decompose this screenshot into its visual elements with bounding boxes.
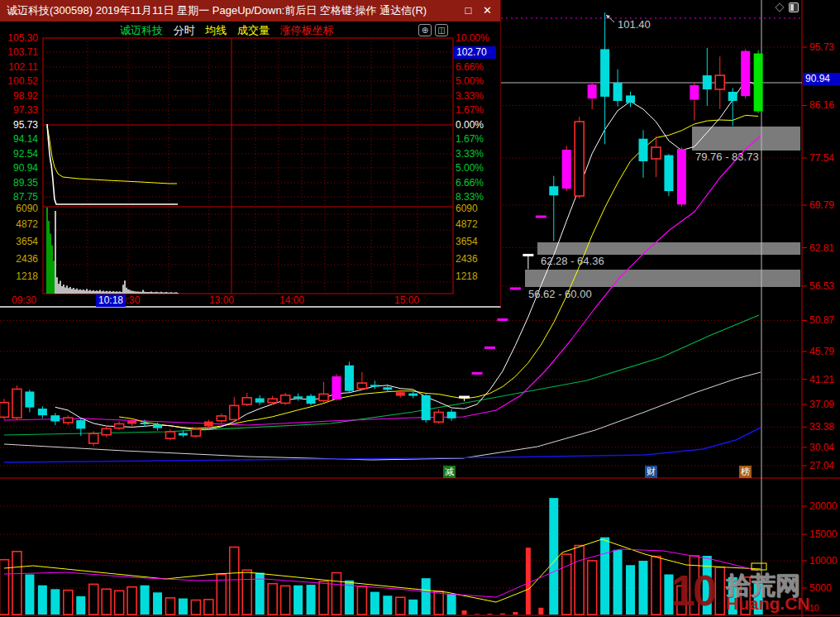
volume-bar-up (332, 573, 341, 615)
gap-zone-box (537, 242, 800, 255)
volume-bar-up (268, 584, 277, 615)
volume-bar-up (651, 557, 661, 615)
candle-body-hollow (165, 432, 174, 438)
candle-body (422, 395, 431, 420)
volume-bar-down (153, 592, 162, 615)
candle-body (153, 424, 162, 428)
volume-bar-up (204, 600, 213, 615)
volume-bar-up (89, 584, 98, 615)
volume-bar-down (294, 586, 303, 615)
candle-body (447, 412, 456, 419)
volume-bar-up (396, 597, 405, 615)
candle-body (383, 387, 392, 390)
ma60-line (4, 315, 759, 435)
logo-number: 10 (671, 566, 714, 615)
volume-bar-up (165, 598, 174, 615)
candle-oneword (484, 347, 495, 349)
volume-bar-up (102, 589, 111, 615)
intraday-popup-window: 诚迈科技(300598) 2019年11月11日 星期一 PageUp/Down… (0, 0, 501, 308)
high-price-annotation: 101.40 (618, 18, 651, 31)
candle-body (588, 84, 597, 98)
candle-body (754, 54, 763, 112)
candle-body (345, 366, 354, 391)
inset-plot-border (43, 38, 453, 294)
candle-body-hollow (319, 394, 328, 400)
volume-bar-up (319, 581, 328, 615)
volume-bar-down (549, 498, 558, 615)
candle-body (25, 391, 34, 407)
candle-body (600, 49, 609, 96)
volume-bar-up (357, 586, 366, 615)
pane-split-icon[interactable] (789, 2, 799, 12)
candle-body-hollow (217, 416, 226, 421)
volume-bar-tiny (513, 612, 518, 615)
volume-bar-down (141, 586, 150, 615)
candle-body-hollow (715, 75, 724, 89)
volume-bar-up (242, 570, 251, 615)
volume-bar-down (408, 600, 418, 615)
candle-oneword (472, 372, 483, 375)
candle-body (370, 385, 379, 386)
candle-oneword (459, 396, 470, 399)
candle-body-hollow (575, 122, 584, 196)
candle-body (76, 420, 85, 428)
candle-body-hollow (191, 429, 200, 436)
volume-bar-down (38, 586, 47, 615)
volume-bar-down (370, 592, 379, 615)
candle-body (639, 139, 648, 161)
volume-bar-up (562, 554, 571, 615)
candle-body (741, 51, 750, 97)
candle-oneword (497, 318, 508, 321)
candle-body (408, 394, 418, 396)
cursor-price-badge: 90.94 (803, 73, 840, 85)
inset-cursor-time-badge: 10:18 (96, 294, 126, 307)
inset-average-line (47, 127, 177, 184)
candle-body-hollow (281, 395, 290, 404)
candle-body-hollow (230, 405, 239, 419)
volume-bar-up (64, 591, 73, 615)
candle-body (141, 423, 150, 424)
volume-bar-down (307, 585, 316, 615)
candle-body (677, 149, 686, 204)
candle-body-hollow (89, 433, 98, 443)
intraday-chart (0, 0, 501, 308)
volume-bar-down (76, 596, 85, 615)
candle-body (38, 409, 47, 415)
volume-bar-down (447, 594, 456, 615)
watermark-logo: 10 拾荒网 Huang.CN (671, 564, 837, 617)
volume-bar-tiny (462, 610, 467, 615)
candle-body-hollow (268, 399, 277, 402)
candle-body (562, 150, 571, 189)
volume-bar-up (434, 591, 443, 615)
volume-bar-up (127, 587, 136, 615)
volume-bar-down (639, 561, 648, 615)
gap-zone-box (692, 127, 800, 151)
candle-body-hollow (102, 428, 111, 434)
candle-body (332, 376, 341, 399)
candle-body-hollow (242, 398, 251, 404)
candle-body-hollow (12, 389, 21, 418)
candle-body (728, 92, 737, 101)
candle-body (50, 415, 60, 421)
candle-oneword (536, 216, 546, 218)
volume-bar-up (230, 548, 239, 615)
candle-body (307, 396, 316, 404)
candle-body-hollow (0, 403, 9, 418)
inset-cursor-price-badge: 102.70 (454, 46, 496, 59)
inset-price-line (47, 124, 178, 204)
candle-body-hollow (115, 423, 124, 428)
candle-body-hollow (651, 147, 661, 159)
volume-bar-up (281, 586, 290, 615)
logo-site-url: Huang.CN (726, 594, 810, 614)
candle-body (626, 95, 635, 103)
candle-body (127, 421, 136, 424)
candle-body (179, 433, 188, 436)
gap-zone-box (525, 270, 800, 287)
candle-body (549, 186, 558, 195)
volume-bar-tiny (526, 548, 531, 615)
volume-bar-down (626, 565, 635, 615)
candle-body-hollow (434, 412, 443, 422)
volume-bar-down (25, 575, 34, 615)
volume-bar-down (383, 595, 392, 615)
candle-body (613, 83, 623, 101)
